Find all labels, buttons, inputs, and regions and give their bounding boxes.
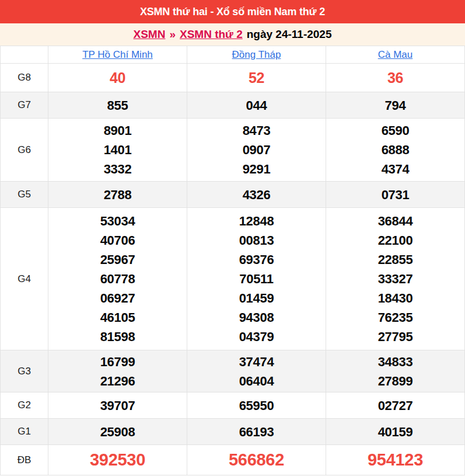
prize-cell: 36	[326, 64, 465, 92]
prize-cell: 0731	[326, 182, 465, 208]
prize-cell: 02727	[326, 392, 465, 419]
prize-cell: 4326	[187, 182, 326, 208]
prize-number: 81598	[48, 327, 187, 346]
prize-number: 22855	[326, 250, 464, 269]
prize-row-g2: G2 39707 65950 02727	[1, 392, 465, 419]
prize-row-g1: G1 25908 66193 40159	[1, 419, 465, 445]
prize-cell: 40	[48, 64, 187, 92]
prize-label-g1: G1	[1, 419, 48, 445]
prize-cell: 8901 1401 3332	[48, 119, 187, 182]
prize-cell: 12848 00813 69376 70511 01459 94308 0437…	[187, 208, 326, 350]
page-title-bar: XSMN thứ hai - Xổ số miền Nam thứ 2	[0, 0, 465, 23]
prize-number: 40706	[48, 231, 187, 250]
jackpot-number: 566862	[187, 450, 326, 470]
prize-number: 12848	[187, 211, 326, 231]
prize-number: 02727	[326, 396, 464, 415]
prize-label-g3: G3	[1, 350, 48, 392]
prize-cell: 954123	[326, 445, 465, 475]
prize-number: 33327	[326, 269, 464, 289]
prize-cell: 2788	[48, 182, 187, 208]
prize-number: 60778	[48, 269, 187, 289]
prize-number: 76235	[326, 308, 464, 327]
prize-cell: 66193	[187, 419, 326, 445]
prize-label-g7: G7	[1, 92, 48, 119]
prize-cell: 6590 6888 4374	[326, 119, 465, 182]
breadcrumb-link-xsmn[interactable]: XSMN	[134, 28, 166, 41]
prize-number: 16799	[48, 352, 187, 371]
prize-number: 40	[48, 68, 187, 88]
province-cell: TP Hồ Chí Minh	[48, 46, 187, 64]
prize-number: 34833	[326, 352, 464, 371]
prize-number: 6888	[326, 140, 464, 159]
prize-number: 37474	[187, 352, 326, 371]
prize-number: 27899	[326, 371, 464, 391]
prize-cell: 37474 06404	[187, 350, 326, 392]
prize-cell: 794	[326, 92, 465, 119]
prize-cell: 044	[187, 92, 326, 119]
breadcrumb: XSMN » XSMN thứ 2 ngày 24-11-2025	[0, 23, 465, 46]
prize-number: 044	[187, 96, 326, 115]
breadcrumb-link-xsmn-thu-2[interactable]: XSMN thứ 2	[180, 28, 243, 41]
prize-cell: 40159	[326, 419, 465, 445]
province-header-row: TP Hồ Chí Minh Đồng Tháp Cà Mau	[1, 46, 465, 64]
prize-cell: 36844 22100 22855 33327 18430 76235 2779…	[326, 208, 465, 350]
prize-row-g6: G6 8901 1401 3332 8473 0907 9291 6590 68…	[1, 119, 465, 182]
province-cell: Đồng Tháp	[187, 46, 326, 64]
prize-number: 6590	[326, 121, 464, 140]
prize-label-g6: G6	[1, 119, 48, 182]
prize-label-g8: G8	[1, 64, 48, 92]
province-link-dong-thap[interactable]: Đồng Tháp	[232, 49, 281, 60]
prize-number: 1401	[48, 140, 187, 159]
prize-number: 2788	[48, 185, 187, 204]
prize-number: 8473	[187, 121, 326, 140]
prize-row-g5: G5 2788 4326 0731	[1, 182, 465, 208]
prize-cell: 65950	[187, 392, 326, 419]
prize-cell: 566862	[187, 445, 326, 475]
prize-number: 01459	[187, 289, 326, 308]
prize-number: 3332	[48, 159, 187, 179]
prize-number: 794	[326, 96, 464, 115]
prize-number: 0731	[326, 185, 464, 204]
prize-number: 4326	[187, 185, 326, 204]
province-link-tp-ho-chi-minh[interactable]: TP Hồ Chí Minh	[82, 49, 153, 60]
prize-number: 46105	[48, 308, 187, 327]
prize-number: 9291	[187, 159, 326, 179]
province-cell: Cà Mau	[326, 46, 465, 64]
prize-cell: 52	[187, 64, 326, 92]
prize-row-g8: G8 40 52 36	[1, 64, 465, 92]
prize-number: 66193	[187, 422, 326, 442]
prize-number: 18430	[326, 289, 464, 308]
prize-number: 36	[326, 68, 464, 88]
jackpot-number: 954123	[326, 450, 464, 470]
prize-cell: 34833 27899	[326, 350, 465, 392]
prize-cell: 39707	[48, 392, 187, 419]
prize-cell: 8473 0907 9291	[187, 119, 326, 182]
prize-number: 36844	[326, 211, 464, 231]
page-title: XSMN thứ hai - Xổ số miền Nam thứ 2	[140, 6, 325, 18]
prize-number: 70511	[187, 269, 326, 289]
prize-number: 06404	[187, 371, 326, 391]
prize-row-db: ĐB 392530 566862 954123	[1, 445, 465, 475]
breadcrumb-date: ngày 24-11-2025	[247, 28, 332, 41]
prize-number: 25967	[48, 250, 187, 269]
prize-number: 40159	[326, 422, 464, 442]
prize-number: 94308	[187, 308, 326, 327]
prize-number: 8901	[48, 121, 187, 140]
prize-number: 65950	[187, 396, 326, 415]
jackpot-number: 392530	[48, 450, 187, 470]
prize-cell: 392530	[48, 445, 187, 475]
prize-number: 855	[48, 96, 187, 115]
prize-row-g7: G7 855 044 794	[1, 92, 465, 119]
prize-number: 00813	[187, 231, 326, 250]
prize-row-g4: G4 53034 40706 25967 60778 06927 46105 8…	[1, 208, 465, 350]
corner-cell	[1, 46, 48, 64]
prize-row-g3: G3 16799 21296 37474 06404 34833 27899	[1, 350, 465, 392]
prize-cell: 25908	[48, 419, 187, 445]
prize-number: 22100	[326, 231, 464, 250]
prize-number: 04379	[187, 327, 326, 346]
prize-label-g5: G5	[1, 182, 48, 208]
prize-number: 69376	[187, 250, 326, 269]
prize-number: 0907	[187, 140, 326, 159]
prize-number: 27795	[326, 327, 464, 346]
province-link-ca-mau[interactable]: Cà Mau	[378, 49, 413, 60]
